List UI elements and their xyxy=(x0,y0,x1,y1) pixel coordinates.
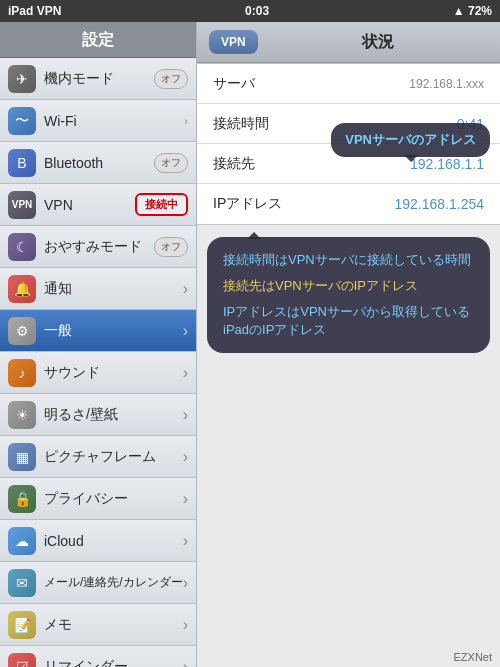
callout-line-3: IPアドレスはVPNサーバから取得しているiPadのIPアドレス xyxy=(223,303,474,339)
brightness-icon: ☀ xyxy=(8,401,36,429)
sidebar-item-notes[interactable]: 📝 メモ › xyxy=(0,604,196,646)
info-row-ip: IPアドレス 192.168.1.254 xyxy=(197,184,500,224)
bluetooth-icon: B xyxy=(8,149,36,177)
sidebar-label-icloud: iCloud xyxy=(44,533,183,549)
chevron-right-icon-privacy: › xyxy=(183,490,188,508)
status-left: iPad VPN xyxy=(8,4,61,18)
sidebar-item-general[interactable]: ⚙ 一般 › xyxy=(0,310,196,352)
airplane-icon: ✈ xyxy=(8,65,36,93)
callout-line-1: 接続時間はVPNサーバに接続している時間 xyxy=(223,251,474,269)
sidebar-item-sound[interactable]: ♪ サウンド › xyxy=(0,352,196,394)
sidebar-label-reminders: リマインダー xyxy=(44,658,183,668)
sidebar-item-brightness[interactable]: ☀ 明るさ/壁紙 › xyxy=(0,394,196,436)
chevron-right-icon: › xyxy=(184,115,188,127)
chevron-right-icon-sound: › xyxy=(183,364,188,382)
status-time: 0:03 xyxy=(245,4,269,18)
general-icon: ⚙ xyxy=(8,317,36,345)
notification-icon: 🔔 xyxy=(8,275,36,303)
info-label-ip: IPアドレス xyxy=(213,195,394,213)
footer-brand: EZXNet xyxy=(453,651,492,663)
sidebar-label-bluetooth: Bluetooth xyxy=(44,155,154,171)
notes-icon: 📝 xyxy=(8,611,36,639)
sidebar-label-airplane: 機内モード xyxy=(44,70,154,88)
right-header: VPN 状況 xyxy=(197,22,500,63)
sidebar-label-privacy: プライバシー xyxy=(44,490,183,508)
info-value-server: 192.168.1.xxx xyxy=(409,77,484,91)
sidebar-item-vpn[interactable]: VPN VPN 接続中 xyxy=(0,184,196,226)
sidebar-item-notification[interactable]: 🔔 通知 › xyxy=(0,268,196,310)
sidebar-label-notification: 通知 xyxy=(44,280,183,298)
chevron-right-icon-notification: › xyxy=(183,280,188,298)
icloud-icon: ☁ xyxy=(8,527,36,555)
right-content: VPNサーバのアドレス サーバ 192.168.1.xxx 接続時間 0:41 … xyxy=(197,63,500,667)
chevron-right-icon-mail: › xyxy=(183,574,188,592)
sidebar-item-reminders[interactable]: ☑ リマインダー › xyxy=(0,646,196,667)
chevron-right-icon-brightness: › xyxy=(183,406,188,424)
chevron-right-icon-reminders: › xyxy=(183,658,188,668)
sidebar-label-brightness: 明るさ/壁紙 xyxy=(44,406,183,424)
chevron-right-icon-notes: › xyxy=(183,616,188,634)
info-label-server: サーバ xyxy=(213,75,409,93)
sidebar-item-donotdisturb[interactable]: ☾ おやすみモード オフ xyxy=(0,226,196,268)
info-label-destination: 接続先 xyxy=(213,155,410,173)
vpn-icon: VPN xyxy=(8,191,36,219)
info-row-server: サーバ 192.168.1.xxx xyxy=(197,64,500,104)
sidebar-right-bluetooth: オフ xyxy=(154,153,188,173)
sidebar-item-picture[interactable]: ▦ ピクチャフレーム › xyxy=(0,436,196,478)
sidebar-item-icloud[interactable]: ☁ iCloud › xyxy=(0,520,196,562)
sidebar-label-notes: メモ xyxy=(44,616,183,634)
callout-top: VPNサーバのアドレス xyxy=(331,123,490,157)
sidebar-label-mail: メール/連絡先/カレンダー xyxy=(44,574,183,591)
reminders-icon: ☑ xyxy=(8,653,36,668)
chevron-right-icon-picture: › xyxy=(183,448,188,466)
status-battery: ▲ 72% xyxy=(453,4,492,18)
sidebar-right-airplane: オフ xyxy=(154,69,188,89)
info-value-ip: 192.168.1.254 xyxy=(394,196,484,212)
right-panel: VPN 状況 VPNサーバのアドレス サーバ 192.168.1.xxx 接続時… xyxy=(197,22,500,667)
sidebar-header: 設定 xyxy=(0,22,196,58)
sidebar-label-vpn: VPN xyxy=(44,197,135,213)
donotdisturb-toggle[interactable]: オフ xyxy=(154,237,188,257)
right-title: 状況 xyxy=(268,32,488,53)
sidebar-item-bluetooth[interactable]: B Bluetooth オフ xyxy=(0,142,196,184)
sidebar-right-wifi: › xyxy=(180,115,188,127)
chevron-right-icon-icloud: › xyxy=(183,532,188,550)
sidebar-item-mail[interactable]: ✉ メール/連絡先/カレンダー › xyxy=(0,562,196,604)
mail-icon: ✉ xyxy=(8,569,36,597)
vpn-connected-badge: 接続中 xyxy=(135,193,188,216)
sidebar: 設定 ✈ 機内モード オフ 〜 Wi-Fi › B Bluetooth オフ xyxy=(0,22,197,667)
picture-icon: ▦ xyxy=(8,443,36,471)
chevron-right-icon-general: › xyxy=(183,322,188,340)
sidebar-label-picture: ピクチャフレーム xyxy=(44,448,183,466)
bluetooth-toggle[interactable]: オフ xyxy=(154,153,188,173)
sidebar-right-vpn: 接続中 xyxy=(135,193,188,216)
callout-line-2: 接続先はVPNサーバのIPアドレス xyxy=(223,277,474,295)
sound-icon: ♪ xyxy=(8,359,36,387)
status-right: ▲ 72% xyxy=(453,4,492,18)
airplane-toggle[interactable]: オフ xyxy=(154,69,188,89)
vpn-tab-button[interactable]: VPN xyxy=(209,30,258,54)
callout-bottom: 接続時間はVPNサーバに接続している時間 接続先はVPNサーバのIPアドレス I… xyxy=(207,237,490,353)
status-device: iPad VPN xyxy=(8,4,61,18)
sidebar-label-sound: サウンド xyxy=(44,364,183,382)
info-value-destination: 192.168.1.1 xyxy=(410,156,484,172)
sidebar-item-airplane[interactable]: ✈ 機内モード オフ xyxy=(0,58,196,100)
main-layout: 設定 ✈ 機内モード オフ 〜 Wi-Fi › B Bluetooth オフ xyxy=(0,22,500,667)
sidebar-label-donotdisturb: おやすみモード xyxy=(44,238,154,256)
status-bar: iPad VPN 0:03 ▲ 72% xyxy=(0,0,500,22)
sidebar-right-donotdisturb: オフ xyxy=(154,237,188,257)
sidebar-label-general: 一般 xyxy=(44,322,183,340)
wifi-icon: 〜 xyxy=(8,107,36,135)
privacy-icon: 🔒 xyxy=(8,485,36,513)
sidebar-label-wifi: Wi-Fi xyxy=(44,113,180,129)
donotdisturb-icon: ☾ xyxy=(8,233,36,261)
sidebar-item-privacy[interactable]: 🔒 プライバシー › xyxy=(0,478,196,520)
sidebar-item-wifi[interactable]: 〜 Wi-Fi › xyxy=(0,100,196,142)
